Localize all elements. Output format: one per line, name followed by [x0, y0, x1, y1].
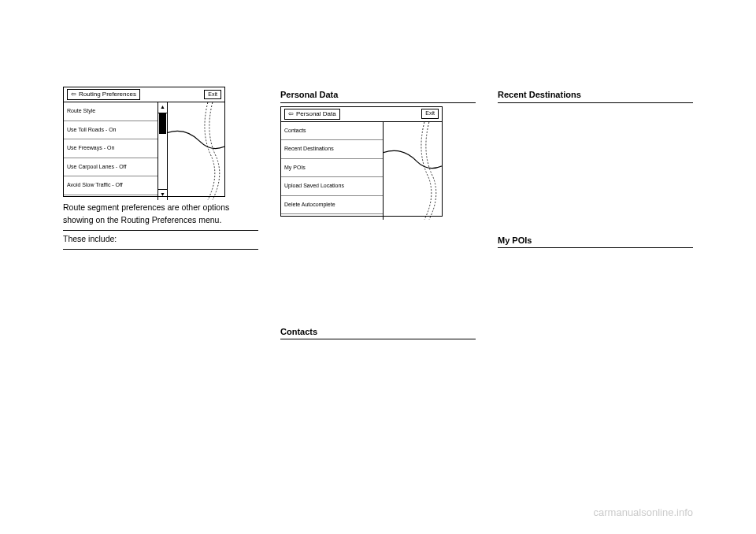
column-2: Personal Data ⇦ Personal Data Exit Conta…: [280, 87, 476, 343]
fig2-body: Contacts Recent Destinations My POIs Upl…: [281, 122, 442, 220]
list-item: My POIs: [281, 159, 383, 178]
list-item: Use Toll Roads - On: [64, 121, 158, 140]
scroll-down-icon: ▼: [158, 189, 167, 200]
back-button: ⇦ Routing Preferences: [67, 89, 140, 100]
scroll-thumb: [159, 113, 166, 134]
fig2-title: Personal Data: [296, 109, 336, 119]
fig1-header: ⇦ Routing Preferences Exit: [64, 87, 224, 102]
column-3: Recent Destinations My POIs: [498, 87, 693, 343]
map-graphic: [384, 122, 442, 220]
personal-data-screenshot: ⇦ Personal Data Exit Contacts Recent Des…: [280, 106, 443, 217]
scroll-track: [158, 113, 167, 189]
contacts-heading: Contacts: [280, 325, 476, 340]
map-graphic: [168, 102, 224, 200]
watermark: carmanualsonline.info: [594, 506, 693, 518]
these-include-text: These include:: [63, 233, 258, 246]
divider: [63, 230, 258, 231]
fig1-list: Route Style Use Toll Roads - On Use Free…: [64, 102, 158, 200]
list-item: Avoid Slow Traffic - Off: [64, 176, 158, 195]
back-button: ⇦ Personal Data: [284, 109, 340, 120]
page-content: ⇦ Routing Preferences Exit Route Style U…: [0, 0, 756, 374]
divider: [63, 249, 258, 250]
spacer: [280, 221, 476, 324]
list-item: Contacts: [281, 122, 383, 141]
scrollbar: ▲ ▼: [158, 102, 168, 200]
list-item: Recent Destinations: [281, 140, 383, 159]
exit-button: Exit: [204, 90, 221, 100]
fig1-caption: Route segment preferences are other opti…: [63, 202, 258, 227]
fig2-list: Contacts Recent Destinations My POIs Upl…: [281, 122, 384, 220]
back-arrow-icon: ⇦: [71, 90, 76, 99]
list-item: Route Style: [64, 102, 158, 121]
column-1: ⇦ Routing Preferences Exit Route Style U…: [63, 87, 258, 343]
routing-preferences-screenshot: ⇦ Routing Preferences Exit Route Style U…: [63, 87, 225, 197]
map-preview: [384, 122, 442, 220]
my-pois-heading: My POIs: [498, 234, 693, 249]
fig1-body: Route Style Use Toll Roads - On Use Free…: [64, 102, 224, 200]
recent-destinations-heading: Recent Destinations: [498, 88, 693, 103]
scroll-up-icon: ▲: [158, 102, 167, 113]
back-arrow-icon: ⇦: [288, 109, 294, 119]
personal-data-heading: Personal Data: [280, 88, 476, 103]
list-item: Use Carpool Lanes - Off: [64, 158, 158, 177]
list-item: Delete Autocomplete: [281, 196, 383, 215]
spacer: [498, 106, 693, 232]
fig1-title: Routing Preferences: [79, 90, 136, 99]
list-item: Use Freeways - On: [64, 139, 158, 158]
fig2-header: ⇦ Personal Data Exit: [281, 107, 442, 122]
exit-button: Exit: [421, 109, 439, 119]
list-item: Upload Saved Locations: [281, 177, 383, 196]
map-preview: [168, 102, 224, 200]
